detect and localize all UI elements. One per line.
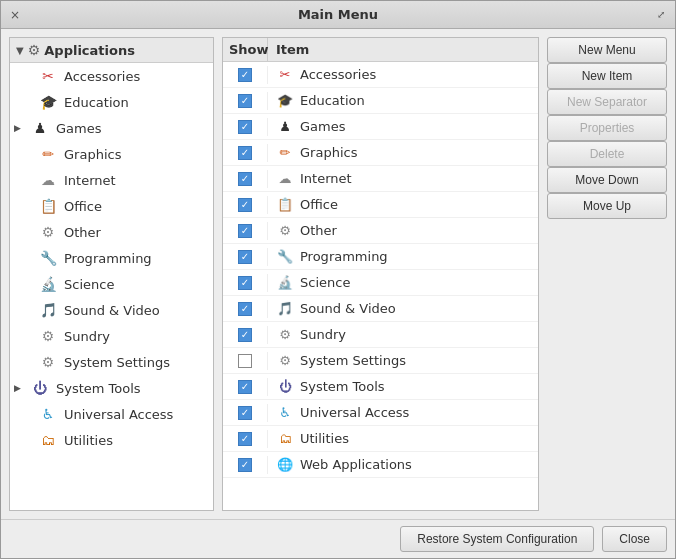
move-down-button[interactable]: Move Down [547,167,667,193]
checkbox-soundvideo[interactable] [238,302,252,316]
checkbox-webapps[interactable] [238,458,252,472]
sidebar-item-label: Accessories [64,69,140,84]
table-row: ✏Graphics [223,140,538,166]
sidebar-item-programming[interactable]: 🔧Programming [10,245,213,271]
dropdown-arrow-icon: ▼ [16,45,24,56]
checkbox-accessories[interactable] [238,68,252,82]
close-window-icon[interactable]: × [7,7,23,23]
other-icon: ⚙ [38,222,58,242]
webapps-icon: 🌐 [276,456,294,474]
item-column: ⚙Sundry [268,324,538,346]
show-column [223,170,268,188]
checkbox-utilities[interactable] [238,432,252,446]
content-area: ▼ ⚙ Applications ✂Accessories🎓Education▶… [1,29,675,519]
systemtools-icon: ⏻ [30,378,50,398]
sidebar-item-education[interactable]: 🎓Education [10,89,213,115]
table-row: ⚙System Settings [223,348,538,374]
item-column: ⚙Other [268,220,538,242]
education-icon: 🎓 [276,92,294,110]
item-label: Games [300,119,345,134]
right-buttons-list: New MenuNew ItemNew SeparatorPropertiesD… [547,37,667,219]
education-icon: 🎓 [38,92,58,112]
table-row: ♟Games [223,114,538,140]
item-column: 🔬Science [268,272,538,294]
new-item-button[interactable]: New Item [547,63,667,89]
sidebar-item-accessories[interactable]: ✂Accessories [10,63,213,89]
sidebar-item-soundvideo[interactable]: 🎵Sound & Video [10,297,213,323]
checkbox-other[interactable] [238,224,252,238]
sidebar-item-universalaccess[interactable]: ♿Universal Access [10,401,213,427]
restore-button[interactable]: Restore System Configuration [400,526,594,552]
sidebar-item-internet[interactable]: ☁Internet [10,167,213,193]
show-column [223,300,268,318]
sidebar-item-games[interactable]: ▶♟Games [10,115,213,141]
item-label: Office [300,197,338,212]
item-label: Universal Access [300,405,409,420]
item-column: ♟Games [268,116,538,138]
show-column [223,274,268,292]
soundvideo-icon: 🎵 [38,300,58,320]
show-column [223,196,268,214]
sidebar-item-office[interactable]: 📋Office [10,193,213,219]
sidebar-item-systemsettings[interactable]: ⚙System Settings [10,349,213,375]
item-label: Web Applications [300,457,412,472]
sidebar-item-label: Utilities [64,433,113,448]
sidebar-item-systemtools[interactable]: ▶⏻System Tools [10,375,213,401]
bottom-bar: Restore System Configuration Close [1,519,675,558]
checkbox-education[interactable] [238,94,252,108]
sidebar-item-science[interactable]: 🔬Science [10,271,213,297]
sidebar-item-label: Other [64,225,101,240]
show-column [223,222,268,240]
checkbox-graphics[interactable] [238,146,252,160]
col-item-header: Item [268,38,538,61]
left-panel-header[interactable]: ▼ ⚙ Applications [10,38,213,63]
sidebar-item-label: Office [64,199,102,214]
left-panel: ▼ ⚙ Applications ✂Accessories🎓Education▶… [9,37,214,511]
item-label: Science [300,275,350,290]
table-row: 🗂Utilities [223,426,538,452]
checkbox-office[interactable] [238,198,252,212]
center-rows-list: ✂Accessories🎓Education♟Games✏Graphics☁In… [223,62,538,478]
item-column: 🎵Sound & Video [268,298,538,320]
expand-icon[interactable]: ⤢ [653,7,669,23]
checkbox-sundry[interactable] [238,328,252,342]
graphics-icon: ✏ [276,144,294,162]
checkbox-science[interactable] [238,276,252,290]
checkbox-universalaccess[interactable] [238,406,252,420]
new-separator-button: New Separator [547,89,667,115]
center-header: Show Item [223,38,538,62]
checkbox-internet[interactable] [238,172,252,186]
col-show-header: Show [223,38,268,61]
item-label: Education [300,93,365,108]
sidebar-item-label: System Settings [64,355,170,370]
show-column [223,326,268,344]
gear-icon: ⚙ [28,42,41,58]
science-icon: 🔬 [276,274,294,292]
systemtools-icon: ⏻ [276,378,294,396]
office-icon: 📋 [38,196,58,216]
table-row: 🔧Programming [223,244,538,270]
utilities-icon: 🗂 [276,430,294,448]
new-menu-button[interactable]: New Menu [547,37,667,63]
checkbox-systemtools[interactable] [238,380,252,394]
checkbox-programming[interactable] [238,250,252,264]
sidebar-item-other[interactable]: ⚙Other [10,219,213,245]
left-items-list: ✂Accessories🎓Education▶♟Games✏Graphics☁I… [10,63,213,453]
show-column [223,118,268,136]
item-label: Graphics [300,145,357,160]
sidebar-item-utilities[interactable]: 🗂Utilities [10,427,213,453]
utilities-icon: 🗂 [38,430,58,450]
sidebar-item-label: Games [56,121,101,136]
checkbox-games[interactable] [238,120,252,134]
sidebar-item-label: Programming [64,251,152,266]
sidebar-item-label: Universal Access [64,407,173,422]
table-row: ✂Accessories [223,62,538,88]
item-label: Internet [300,171,352,186]
programming-icon: 🔧 [38,248,58,268]
move-up-button[interactable]: Move Up [547,193,667,219]
sidebar-item-sundry[interactable]: ⚙Sundry [10,323,213,349]
center-panel: Show Item ✂Accessories🎓Education♟Games✏G… [222,37,539,511]
checkbox-systemsettings[interactable] [238,354,252,368]
sidebar-item-graphics[interactable]: ✏Graphics [10,141,213,167]
close-button[interactable]: Close [602,526,667,552]
